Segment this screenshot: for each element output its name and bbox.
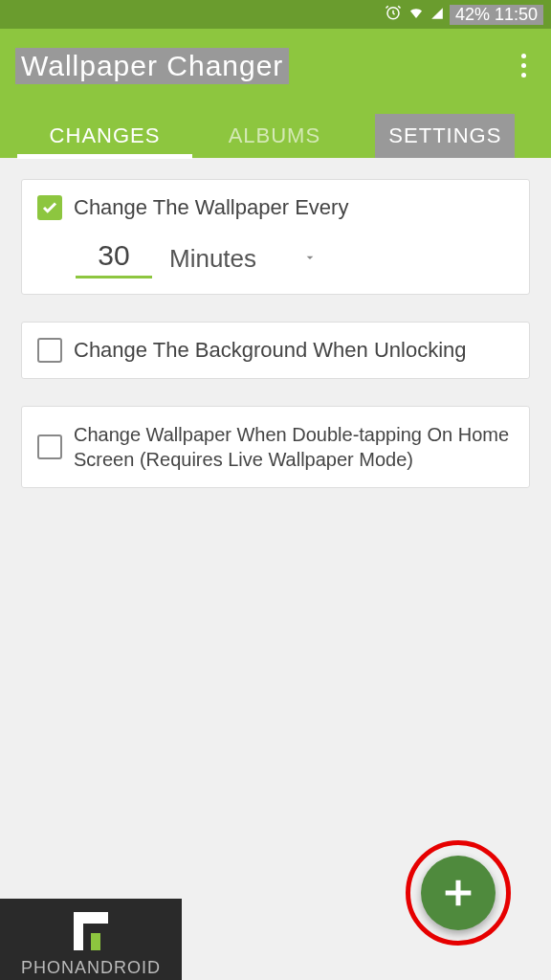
watermark-logo-icon <box>10 912 172 950</box>
label-change-unlock: Change The Background When Unlocking <box>74 338 467 363</box>
signal-icon <box>430 5 444 25</box>
checkbox-change-double-tap[interactable] <box>37 434 62 459</box>
checkbox-change-every[interactable] <box>37 195 62 220</box>
battery-time-text: 42% 11:50 <box>450 5 543 25</box>
checkbox-change-unlock[interactable] <box>37 338 62 363</box>
app-header: Wallpaper Changer CHANGES ALBUMS SETTING… <box>0 29 551 158</box>
overflow-menu-button[interactable] <box>512 46 536 85</box>
interval-value-input[interactable]: 30 <box>76 239 152 278</box>
card-change-double-tap: Change Wallpaper When Double-tapping On … <box>21 406 530 488</box>
alarm-icon <box>385 4 402 26</box>
add-fab-button[interactable] <box>421 856 496 930</box>
label-change-every: Change The Wallpaper Every <box>74 195 348 220</box>
watermark: PHONANDROID <box>0 899 182 980</box>
card-change-unlock: Change The Background When Unlocking <box>21 322 530 379</box>
tab-albums[interactable]: ALBUMS <box>215 114 334 158</box>
label-change-double-tap: Change Wallpaper When Double-tapping On … <box>74 422 514 472</box>
interval-unit-label: Minutes <box>169 244 256 274</box>
status-bar: 42% 11:50 <box>0 0 551 29</box>
tab-changes[interactable]: CHANGES <box>36 114 174 158</box>
watermark-text: PHONANDROID <box>10 958 172 978</box>
interval-unit-dropdown[interactable] <box>302 250 318 269</box>
fab-highlight-circle <box>406 840 511 946</box>
card-change-interval: Change The Wallpaper Every 30 Minutes <box>21 179 530 295</box>
content-area: Change The Wallpaper Every 30 Minutes Ch… <box>0 158 551 536</box>
wifi-icon <box>408 4 425 26</box>
app-title: Wallpaper Changer <box>15 48 289 84</box>
tab-settings[interactable]: SETTINGS <box>375 114 515 158</box>
tab-bar: CHANGES ALBUMS SETTINGS <box>15 114 536 158</box>
